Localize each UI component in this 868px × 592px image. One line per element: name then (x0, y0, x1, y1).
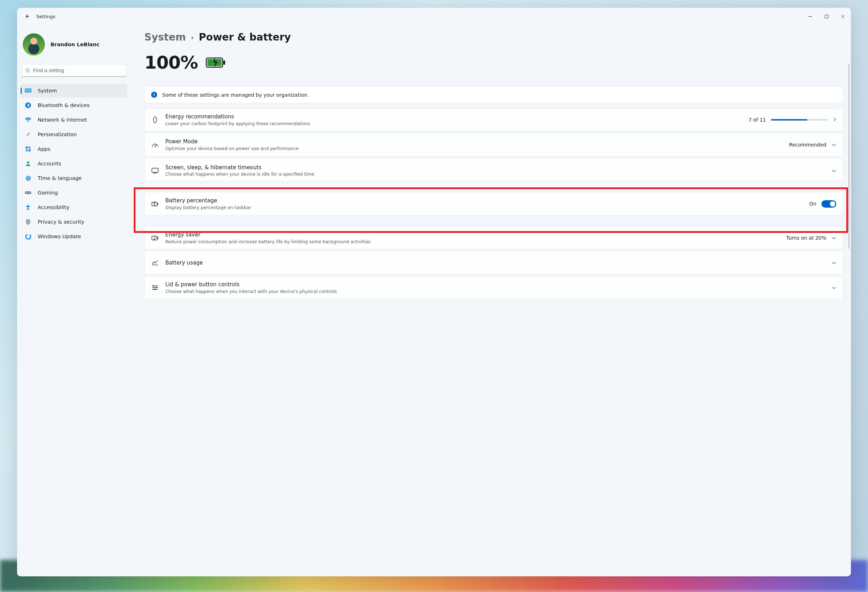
sidebar-item-label: System (38, 88, 57, 93)
sidebar-item-gaming[interactable]: Gaming (21, 186, 127, 199)
banner-text: Some of these settings are managed by yo… (162, 92, 309, 98)
chevron-down-icon (831, 235, 836, 241)
svg-point-17 (26, 234, 31, 239)
energy-saver-value: Turns on at 20% (786, 235, 827, 241)
card-screen-sleep-timeouts[interactable]: Screen, sleep, & hibernate timeouts Choo… (145, 158, 843, 181)
card-title: Battery usage (165, 259, 825, 266)
close-button[interactable] (835, 9, 851, 24)
sidebar-item-time-language[interactable]: Time & language (21, 171, 127, 185)
svg-rect-3 (25, 89, 31, 92)
sidebar-item-label: Accounts (38, 161, 61, 167)
sidebar-item-label: Accessibility (38, 204, 69, 210)
search-box[interactable] (21, 64, 127, 77)
close-icon (841, 15, 845, 19)
card-battery-usage[interactable]: Battery usage (145, 251, 843, 275)
maximize-button[interactable] (818, 9, 835, 24)
battery-percent-icon (151, 201, 159, 207)
search-icon (25, 68, 30, 73)
person-icon (25, 160, 31, 167)
sidebar-item-label: Apps (38, 146, 50, 152)
card-title: Screen, sleep, & hibernate timeouts (165, 164, 825, 171)
search-input[interactable] (33, 68, 123, 73)
sidebar-item-label: Privacy & security (38, 219, 84, 225)
sidebar-item-label: Personalization (38, 131, 77, 137)
energy-saver-icon (151, 235, 159, 241)
breadcrumb-parent[interactable]: System (145, 31, 186, 43)
card-lid-power-button[interactable]: Lid & power button controls Choose what … (145, 276, 843, 300)
card-title: Energy recommendations (165, 113, 742, 120)
sidebar-item-personalization[interactable]: Personalization (21, 128, 127, 141)
sidebar-item-windows-update[interactable]: Windows Update (21, 230, 127, 243)
card-battery-percentage[interactable]: Battery percentage Display battery perce… (145, 192, 843, 216)
card-subtitle: Reduce power consumption and increase ba… (165, 239, 780, 245)
scrollbar[interactable] (849, 64, 849, 249)
energy-recs-progress (771, 119, 828, 121)
avatar (23, 33, 45, 56)
card-energy-recommendations[interactable]: Energy recommendations Lower your carbon… (145, 108, 843, 131)
shield-icon (25, 218, 31, 225)
nav: System Bluetooth & devices Network & int… (20, 84, 128, 243)
svg-rect-27 (153, 285, 154, 286)
settings-window: Settings Brandon LeBlanc (17, 8, 851, 576)
sidebar-item-apps[interactable]: Apps (21, 142, 127, 156)
minimize-button[interactable] (802, 9, 818, 24)
card-subtitle: Lower your carbon footprint by applying … (165, 121, 742, 127)
sidebar-item-system[interactable]: System (21, 84, 127, 97)
card-title: Lid & power button controls (165, 281, 825, 288)
card-title: Energy saver (165, 231, 780, 238)
gamepad-icon (25, 189, 31, 196)
clock-globe-icon (25, 175, 31, 181)
back-button[interactable] (24, 13, 31, 19)
battery-percentage-toggle[interactable] (821, 200, 836, 208)
leaf-icon (151, 116, 159, 123)
sidebar-item-label: Time & language (38, 175, 82, 181)
sidebar-item-label: Bluetooth & devices (38, 102, 90, 108)
svg-point-5 (27, 121, 29, 122)
app-title: Settings (36, 14, 55, 19)
svg-rect-13 (25, 191, 31, 194)
apps-icon (25, 146, 31, 152)
sidebar-item-network[interactable]: Network & internet (21, 113, 127, 127)
gauge-icon (151, 142, 159, 148)
breadcrumb: System › Power & battery (145, 31, 843, 43)
svg-point-14 (26, 192, 27, 193)
chevron-down-icon (831, 285, 836, 291)
card-power-mode[interactable]: Power Mode Optimize your device based on… (145, 133, 843, 156)
svg-rect-22 (152, 168, 158, 173)
accessibility-icon (25, 204, 31, 211)
wifi-icon (25, 117, 31, 123)
svg-point-1 (26, 69, 29, 72)
sidebar-item-accounts[interactable]: Accounts (21, 157, 127, 170)
page-title: Power & battery (199, 31, 291, 43)
battery-percentage-value: 100% (145, 52, 198, 73)
svg-rect-7 (28, 146, 31, 149)
chevron-down-icon (831, 142, 836, 148)
svg-point-10 (27, 161, 29, 164)
card-subtitle: Choose what happens when you interact wi… (165, 289, 825, 294)
arrow-left-icon (24, 13, 30, 19)
chevron-right-icon (833, 117, 836, 123)
sidebar-item-accessibility[interactable]: Accessibility (21, 201, 127, 214)
svg-rect-19 (223, 61, 225, 65)
battery-hero: 100% (145, 52, 843, 73)
managed-by-org-banner: i Some of these settings are managed by … (145, 86, 843, 103)
chevron-down-icon (831, 260, 836, 266)
sidebar-item-privacy[interactable]: Privacy & security (21, 215, 127, 229)
sidebar-item-label: Windows Update (38, 233, 81, 239)
profile-name: Brandon LeBlanc (50, 41, 100, 47)
display-timeout-icon (151, 168, 159, 174)
sidebar-item-bluetooth[interactable]: Bluetooth & devices (21, 99, 127, 112)
svg-rect-24 (158, 204, 158, 205)
sliders-icon (151, 285, 159, 291)
minimize-icon (808, 15, 812, 19)
chart-line-icon (151, 260, 159, 266)
profile-block[interactable]: Brandon LeBlanc (20, 25, 128, 64)
paintbrush-icon (25, 131, 31, 137)
card-energy-saver[interactable]: Energy saver Reduce power consumption an… (145, 226, 843, 249)
system-icon (25, 87, 31, 94)
update-icon (25, 233, 31, 240)
bluetooth-icon (25, 102, 31, 108)
svg-rect-8 (26, 149, 28, 152)
power-mode-value: Recommended (789, 142, 827, 148)
sidebar: Brandon LeBlanc System Bluetooth & devic… (17, 25, 131, 576)
